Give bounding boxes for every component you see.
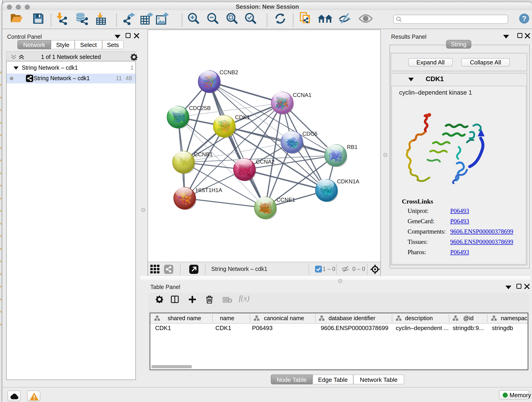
- svg-text:RB1: RB1: [347, 144, 358, 150]
- svg-text:CCNE1: CCNE1: [277, 197, 295, 203]
- svg-text:CCNB1: CCNB1: [194, 151, 213, 157]
- svg-text:CDK1: CDK1: [235, 114, 250, 120]
- svg-text:?: ?: [522, 14, 526, 22]
- svg-text:HIST1H1A: HIST1H1A: [196, 187, 222, 193]
- svg-text:CDC25B: CDC25B: [189, 105, 211, 111]
- svg-text:CCNB2: CCNB2: [220, 69, 238, 75]
- svg-text:CDKN1A: CDKN1A: [337, 178, 359, 185]
- svg-text:CCNA2: CCNA2: [256, 159, 274, 165]
- svg-text:CCNA1: CCNA1: [293, 92, 311, 98]
- svg-text:CDC6: CDC6: [302, 131, 317, 137]
